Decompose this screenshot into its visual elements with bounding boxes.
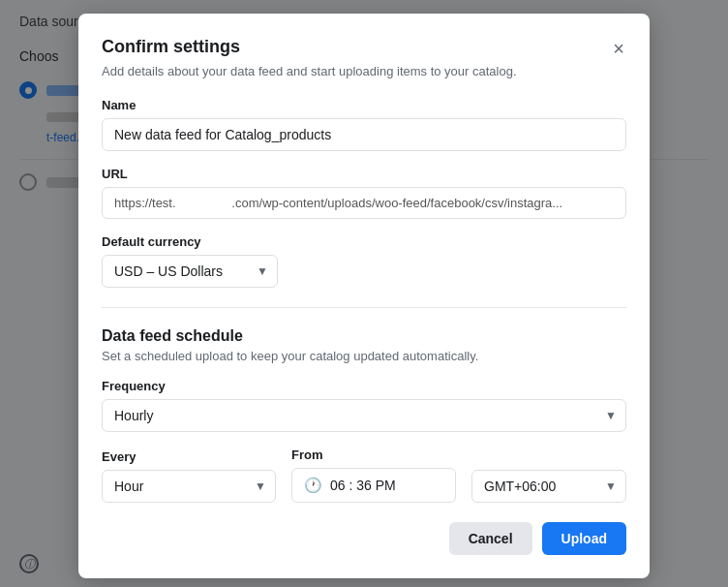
timezone-select[interactable]: GMT+06:00 GMT+00:00 GMT-05:00 [471, 470, 626, 503]
frequency-field-group: Frequency Hourly Daily Weekly ▼ [102, 379, 626, 432]
upload-button[interactable]: Upload [542, 522, 626, 555]
every-select-wrapper: Hour 2 Hours 4 Hours 6 Hours 12 Hours ▼ [102, 470, 276, 503]
timezone-field-group: GMT+06:00 GMT+00:00 GMT-05:00 ▼ [471, 448, 626, 503]
timezone-select-wrapper: GMT+06:00 GMT+00:00 GMT-05:00 ▼ [471, 470, 626, 503]
schedule-title: Data feed schedule [102, 327, 626, 345]
currency-select-wrapper: USD – US Dollars EUR – Euros GBP – Briti… [102, 255, 278, 288]
modal-title: Confirm settings [102, 37, 240, 57]
schedule-row: Every Hour 2 Hours 4 Hours 6 Hours 12 Ho… [102, 448, 626, 503]
url-label: URL [102, 167, 626, 181]
schedule-subtitle: Set a scheduled upload to keep your cata… [102, 349, 626, 363]
schedule-section: Data feed schedule Set a scheduled uploa… [102, 327, 626, 503]
confirm-settings-modal: Confirm settings × Add details about you… [78, 14, 650, 578]
currency-label: Default currency [102, 234, 626, 249]
name-label: Name [102, 98, 626, 112]
name-field-group: Name [102, 98, 626, 151]
from-label: From [291, 448, 456, 462]
modal-footer: Cancel Upload [102, 522, 626, 555]
section-divider [102, 307, 626, 308]
from-field-group: From 🕐 06 : 36 PM [291, 448, 456, 503]
every-label: Every [102, 449, 276, 464]
currency-select[interactable]: USD – US Dollars EUR – Euros GBP – Briti… [102, 255, 278, 288]
every-select[interactable]: Hour 2 Hours 4 Hours 6 Hours 12 Hours [102, 470, 276, 503]
frequency-select-wrapper: Hourly Daily Weekly ▼ [102, 399, 626, 432]
cancel-button[interactable]: Cancel [449, 522, 532, 555]
time-value: 06 : 36 PM [330, 478, 396, 493]
url-field-group: URL [102, 167, 626, 219]
modal-subtitle: Add details about your data feed and sta… [102, 64, 626, 78]
close-button[interactable]: × [611, 37, 626, 60]
clock-icon: 🕐 [304, 477, 322, 494]
name-input[interactable] [102, 118, 626, 151]
every-field-group: Every Hour 2 Hours 4 Hours 6 Hours 12 Ho… [102, 449, 276, 503]
currency-field-group: Default currency USD – US Dollars EUR – … [102, 234, 626, 288]
frequency-label: Frequency [102, 379, 626, 393]
modal-header: Confirm settings × [102, 37, 626, 60]
time-input[interactable]: 🕐 06 : 36 PM [291, 468, 456, 503]
url-input[interactable] [102, 187, 626, 219]
frequency-select[interactable]: Hourly Daily Weekly [102, 399, 626, 432]
